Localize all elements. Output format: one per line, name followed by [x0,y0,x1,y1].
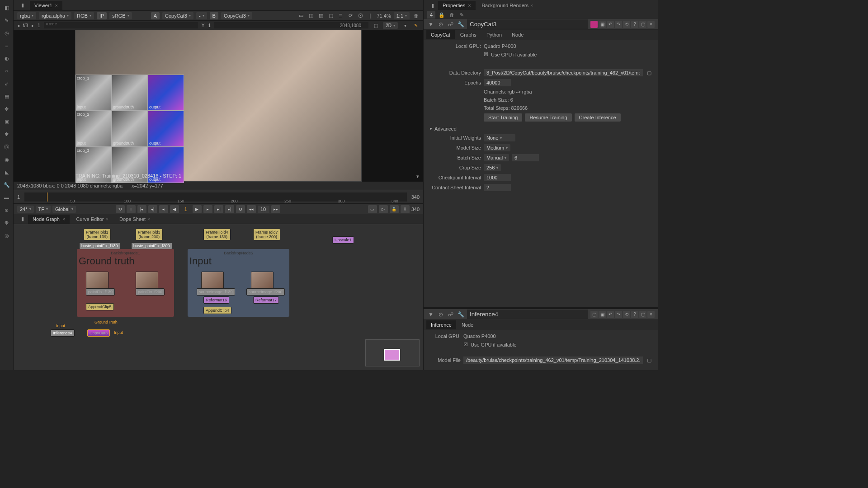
batch-mode-dropdown[interactable]: Manual [484,154,509,161]
arrow-right-icon[interactable]: ▸ [32,23,34,28]
node-appendclip[interactable]: AppendClip4 [203,307,231,314]
node-name-input[interactable] [467,310,588,319]
panel-menu-icon[interactable]: ▮ [19,2,26,9]
tool-stack-icon[interactable]: ≡ [3,42,11,50]
target-icon[interactable]: ⊙ [437,311,444,318]
panel-count[interactable]: 4 [427,11,435,19]
redo-icon[interactable]: ↷ [615,311,622,318]
undo-icon[interactable]: ↶ [607,21,614,28]
tool-snow-icon[interactable]: ❋ [3,219,11,227]
color-swatch[interactable] [590,21,598,28]
help-icon[interactable]: ? [631,21,638,28]
wipe-icon[interactable]: ▭ [297,12,305,19]
node-framehold[interactable]: FrameHold4 (frame 139) [203,229,231,240]
folder-icon[interactable]: ▢ [646,357,653,364]
wrench-icon[interactable]: 🔧 [457,311,464,318]
timeline[interactable]: 1 50 100 150 200 250 300 340 340 [14,190,423,203]
minimap[interactable] [365,339,420,366]
edit-icon[interactable]: ✎ [458,11,465,19]
pause-icon[interactable]: ‖ [367,12,374,19]
b-node-dropdown[interactable]: CopyCat3 [221,12,252,19]
gpu-checkbox-label[interactable]: Use GPU if available [471,342,517,347]
step-back-button[interactable]: ◂ [159,205,168,213]
dropdown-arrow-icon[interactable]: ▾ [401,22,409,29]
tool-target-icon[interactable]: ◎ [3,231,11,239]
close-icon[interactable]: × [55,3,58,8]
current-frame[interactable]: 1 [181,206,191,213]
tool-d-icon[interactable]: Ⓓ [3,143,11,151]
first-frame-button[interactable]: |◂ [137,205,146,213]
lines-icon[interactable]: ≣ [337,12,344,19]
timeline-start[interactable]: 1 [17,194,20,200]
subtab-copycat[interactable]: CopyCat [426,30,455,39]
ip-toggle[interactable]: IP [97,12,107,19]
scope-dropdown[interactable]: Global [52,206,76,213]
window-icon[interactable]: ▢ [327,12,335,19]
tab-bg-renders[interactable]: Background Renders× [477,1,538,10]
mode-2d-dropdown[interactable]: 2D [383,22,398,29]
checkbox-icon[interactable]: ☒ [463,342,468,347]
gpu-checkbox-label[interactable]: Use GPU if available [491,52,537,57]
tool-pen-icon[interactable]: ✎ [3,16,11,24]
node-inference[interactable]: Inference4 [51,329,75,337]
alpha-dropdown[interactable]: rgba.alpha [39,12,71,19]
maximize-icon[interactable]: ▢ [639,311,646,318]
tool-circle-icon[interactable]: ○ [3,67,11,75]
tab-properties[interactable]: Properties× [438,1,476,10]
trash-icon[interactable]: 🗑 [412,12,420,19]
target-icon[interactable]: ⊙ [437,21,444,28]
refresh-icon[interactable]: ⟳ [347,12,354,19]
tool-wrench-icon[interactable]: 🔧 [3,181,11,189]
node-framehold[interactable]: FrameHold1 (frame 139) [84,229,111,240]
fstop-value[interactable]: f/8 [23,23,28,28]
help-icon[interactable]: ? [631,311,638,318]
loop-icon[interactable]: ⟲ [116,205,125,213]
pencil-icon[interactable]: ✎ [412,22,420,29]
chevron-down-icon[interactable]: ▼ [427,311,434,318]
undo-icon[interactable]: ↶ [607,311,614,318]
b-buffer-toggle[interactable]: B [210,12,218,19]
ratio-dropdown[interactable]: 1:1 [394,12,410,19]
initial-weights-dropdown[interactable]: None [484,134,515,141]
epochs-input[interactable] [484,79,511,86]
play-icon[interactable]: ▷ [379,205,388,213]
a-buffer-toggle[interactable]: A [151,12,160,19]
jump-frames[interactable]: 10 [258,206,269,213]
roi-icon[interactable]: ⬚ [372,22,379,29]
crop-size-dropdown[interactable]: 256 [484,164,501,171]
lut-dropdown[interactable]: sRGB [109,12,132,19]
download-icon[interactable]: ⇩ [401,205,410,213]
revert-icon[interactable]: ⟲ [623,21,630,28]
checkbox-icon[interactable]: ☒ [484,52,488,57]
jump-back-button[interactable]: ◂◂ [247,205,256,213]
tool-layers-icon[interactable]: ▤ [3,92,11,100]
center-icon[interactable]: ▣ [599,21,606,28]
monitor-icon[interactable]: ▭ [368,205,377,213]
subtab-graphs[interactable]: Graphs [456,30,481,39]
dashed-icon[interactable]: ▨ [317,12,325,19]
node-upscale[interactable]: Upscale1 [332,236,354,244]
last-frame-button[interactable]: ▸| [225,205,234,213]
subtab-node[interactable]: Node [507,30,528,39]
channel-dropdown[interactable]: rgba [17,12,36,19]
node-reformat[interactable]: Reformat16 [203,296,229,304]
folder-icon[interactable]: ▢ [646,69,653,76]
create-inference-button[interactable]: Create Inference [575,113,621,122]
subtab-python[interactable]: Python [482,30,506,39]
node-paintfix[interactable]: busie_paintFix_f139 [79,242,120,249]
batch-size-input[interactable] [512,154,539,161]
colorspace-dropdown[interactable]: RGB [74,12,94,19]
tool-move-icon[interactable]: ✥ [3,105,11,113]
playhead[interactable] [47,192,47,202]
color-swatch[interactable]: ▢ [590,311,598,318]
frame-value[interactable]: 1 [38,23,40,28]
a-dash-dropdown[interactable]: - [196,12,207,19]
node-label[interactable]: sourceImage_f200 [246,288,285,296]
start-training-button[interactable]: Start Training [484,113,522,122]
lock-icon[interactable]: 🔒 [438,11,445,19]
data-dir-input[interactable] [484,69,643,76]
tool-disk-icon[interactable]: ▬ [3,193,11,202]
timeline-end[interactable]: 340 [411,194,420,200]
contact-input[interactable] [484,184,511,191]
play-back-button[interactable]: ◀ [170,205,179,213]
